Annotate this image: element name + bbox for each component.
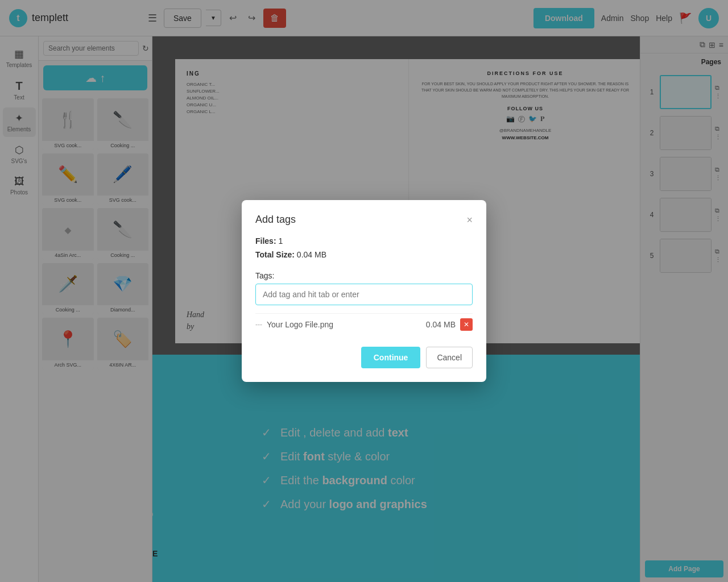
modal-close-button[interactable]: × (466, 215, 473, 225)
file-name: Your Logo File.png (267, 320, 421, 329)
file-type-icon: --- (255, 321, 262, 329)
cancel-button[interactable]: Cancel (426, 347, 473, 368)
modal-meta: Files: 1 Total Size: 0.04 MB (255, 235, 473, 262)
tags-label: Tags: (255, 271, 473, 280)
modal-file-row: --- Your Logo File.png 0.04 MB ✕ (255, 313, 473, 335)
add-tags-modal: Add tags × Files: 1 Total Size: 0.04 MB … (242, 200, 486, 382)
file-size: 0.04 MB (426, 320, 456, 329)
modal-actions: Continue Cancel (255, 347, 473, 368)
tags-input[interactable] (255, 284, 473, 305)
continue-button[interactable]: Continue (361, 347, 421, 368)
modal-title: Add tags (255, 214, 296, 226)
modal-overlay[interactable]: Add tags × Files: 1 Total Size: 0.04 MB … (0, 0, 728, 582)
modal-header: Add tags × (255, 214, 473, 226)
file-delete-button[interactable]: ✕ (460, 318, 473, 331)
